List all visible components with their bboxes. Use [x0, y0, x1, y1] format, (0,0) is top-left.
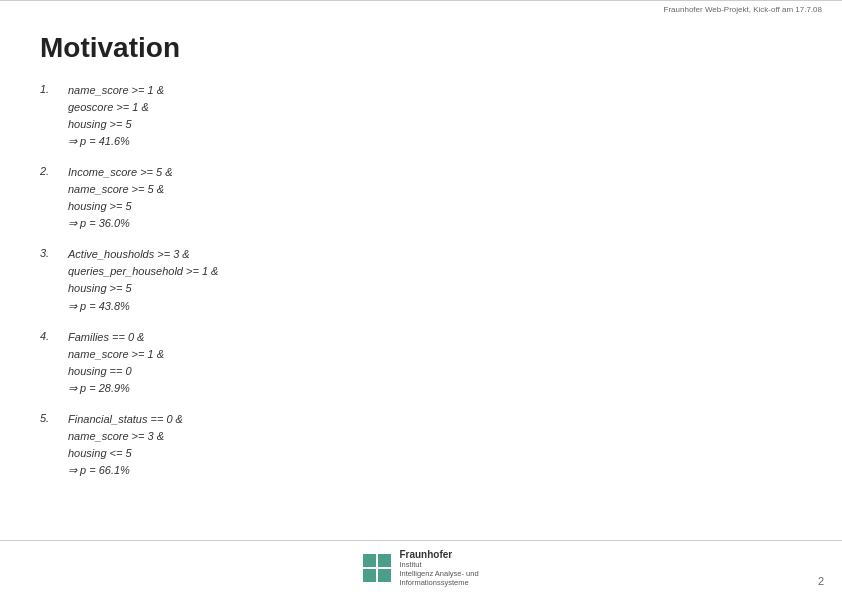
logo-text: Fraunhofer Institut Intelligenz Analyse-… [399, 549, 478, 587]
items-list: 1.name_score >= 1 &geoscore >= 1 &housin… [40, 82, 802, 479]
item-text: name_score >= 1 &geoscore >= 1 &housing … [68, 82, 164, 150]
top-bar: Fraunhofer Web-Projekt, Kick-off am 17.7… [0, 0, 842, 14]
top-label: Fraunhofer Web-Projekt, Kick-off am 17.7… [664, 5, 822, 14]
page-title: Motivation [40, 32, 802, 64]
item-text: Income_score >= 5 &name_score >= 5 &hous… [68, 164, 173, 232]
bottom-bar: Fraunhofer Institut Intelligenz Analyse-… [0, 540, 842, 595]
item-text: Financial_status == 0 &name_score >= 3 &… [68, 411, 183, 479]
item-number: 4. [40, 329, 68, 342]
item-number: 5. [40, 411, 68, 424]
svg-rect-1 [378, 554, 391, 567]
list-item: 5.Financial_status == 0 &name_score >= 3… [40, 411, 802, 479]
item-text: Families == 0 &name_score >= 1 &housing … [68, 329, 164, 397]
list-item: 1.name_score >= 1 &geoscore >= 1 &housin… [40, 82, 802, 150]
iais-logo-icon [363, 554, 391, 582]
list-item: 2.Income_score >= 5 &name_score >= 5 &ho… [40, 164, 802, 232]
logo-fraunhofer-text: Fraunhofer [399, 549, 478, 560]
logo-sub1: Institut [399, 560, 478, 569]
list-item: 4.Families == 0 &name_score >= 1 &housin… [40, 329, 802, 397]
svg-rect-2 [363, 569, 376, 582]
item-number: 1. [40, 82, 68, 95]
main-content: Motivation 1.name_score >= 1 &geoscore >… [0, 14, 842, 513]
item-text: Active_housholds >= 3 &queries_per_house… [68, 246, 218, 314]
svg-rect-3 [378, 569, 391, 582]
item-number: 2. [40, 164, 68, 177]
fraunhofer-logo: Fraunhofer Institut Intelligenz Analyse-… [363, 549, 478, 587]
logo-sub3: Informationssysteme [399, 578, 478, 587]
list-item: 3.Active_housholds >= 3 &queries_per_hou… [40, 246, 802, 314]
svg-rect-0 [363, 554, 376, 567]
item-number: 3. [40, 246, 68, 259]
page-number: 2 [818, 575, 824, 587]
logo-sub2: Intelligenz Analyse- und [399, 569, 478, 578]
